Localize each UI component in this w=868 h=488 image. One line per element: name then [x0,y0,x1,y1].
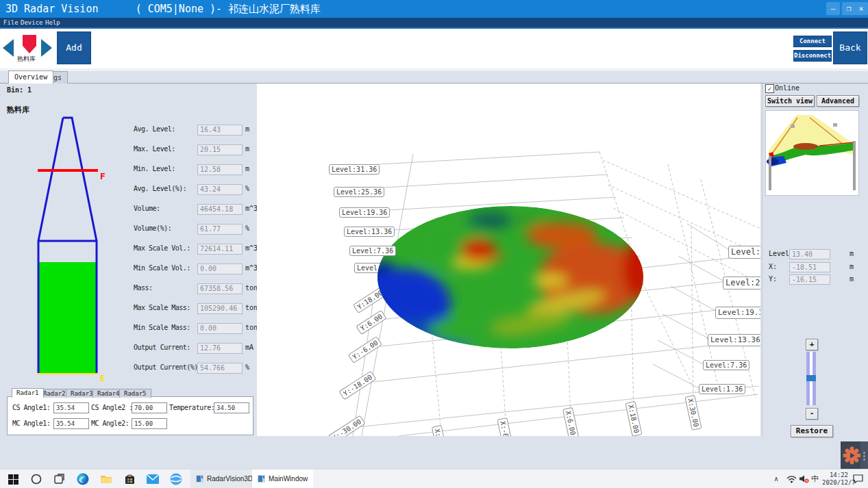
silo-diagram: F E [27,113,116,387]
x-readout-unit: m [850,263,854,270]
stat-label: Min Scale Mass: [134,324,190,331]
level-tag: Level:7.36 [703,360,749,370]
stat-label: Min. Level: [134,165,175,172]
menu-device[interactable]: Device [21,19,43,26]
ime-indicator[interactable]: 中 [811,470,819,488]
online-label: Online [775,84,799,92]
stat-label: Max Scale Vol.: [134,244,190,252]
silo-fill-level [38,262,97,373]
x-readout-label: X: [769,263,777,270]
material-surface [257,84,760,436]
tab-overview[interactable]: Overview [8,70,53,84]
thumb-wall-left [769,156,771,190]
level-readout-value: 13.40 [789,249,830,259]
disconnect-button[interactable]: Disconnect [793,50,832,62]
add-button[interactable]: Add [57,31,91,64]
zoom-slider-handle[interactable] [806,375,816,381]
mc-angle2-input[interactable]: 15.00 [132,418,167,429]
stat-row: Output Current:12.76mA [134,343,271,354]
cs-angle1-input[interactable]: 35.54 [53,402,89,413]
mc-angle1-input[interactable]: 35.54 [53,418,89,429]
zoom-out-button[interactable]: - [806,408,818,420]
next-bin-arrow-icon[interactable] [41,39,52,57]
close-icon[interactable]: ✕ [854,2,868,15]
level-tag: Level:13.36 [708,334,760,346]
edge-icon[interactable] [75,472,90,487]
level-readout: Level: 13.40 m [769,249,865,259]
zoom-slider-track[interactable] [806,352,816,405]
stat-value: 46454.18 [197,204,243,215]
browser-icon[interactable] [169,472,184,487]
menu-bar: File Device Help [0,18,868,29]
bin-icon[interactable] [21,34,38,55]
level-tag: Level:31.36 [329,164,380,175]
volume-muted-icon[interactable] [799,470,809,488]
level-tag: Level:25.36 [723,277,760,290]
level-readout-unit: m [850,250,854,257]
panel-divider [762,84,762,436]
stat-value: 12.58 [197,164,243,175]
cross-section-thumbnail[interactable] [765,110,859,196]
stat-unit: ton [245,304,258,311]
x-readout-value: -18.51 [789,262,830,272]
store-icon[interactable] [122,472,137,487]
surface-plot-3d[interactable]: Level:1.36 Y:18.00 [257,84,760,436]
zoom-in-button[interactable]: + [806,339,818,350]
tab-radar1[interactable]: Radar1 [12,388,44,398]
stat-unit: mA [245,344,253,351]
app-window-icon [258,475,265,483]
advanced-button[interactable]: Advanced [817,95,859,107]
cs-angle2-input[interactable]: 70.00 [132,402,167,413]
search-icon[interactable] [29,472,44,487]
x-readout: X: -18.51 m [769,262,865,272]
taskbar-window-mainwindow[interactable]: MainWindow [252,470,313,488]
stat-value: 67358.56 [197,283,243,294]
taskbar: RadarVision3D.ex... MainWindow ∧ 中 14:22… [0,469,868,488]
stat-unit: ton [245,324,258,331]
mc-angle2-label: MC Angle2: [91,420,129,427]
stat-unit: m^3 [245,205,258,212]
connect-button[interactable]: Connect [793,36,832,47]
stat-value: 20.15 [197,144,243,155]
start-icon[interactable] [5,472,21,487]
tray-chevron-up-icon[interactable]: ∧ [774,470,778,488]
task-view-icon[interactable] [52,472,67,487]
gear-icon[interactable] [843,446,861,465]
stat-row: Min Scale Vol.:0.00m^3 [134,264,271,274]
screen-recorder-widget[interactable] [841,441,868,470]
taskbar-window-label: MainWindow [269,475,308,483]
stat-label: Output Current: [134,344,190,351]
minimize-icon[interactable]: — [826,2,840,15]
stat-row: Avg. Level:16.43m [134,125,271,136]
online-checkbox[interactable]: ✓ [765,84,774,93]
notification-icon[interactable] [853,470,863,488]
level-tag: Level:19.36 [339,207,390,218]
stat-unit: m^3 [245,244,258,252]
stat-value: 43.24 [197,184,243,195]
file-explorer-icon[interactable] [99,472,114,487]
stat-unit: ton [245,284,258,292]
stat-row: Max. Level:20.15m [134,144,271,155]
stat-row: Volume(%):61.77% [134,224,271,235]
level-tag: Level:25.36 [334,187,384,197]
stat-label: Max Scale Mass: [134,304,190,311]
mail-icon[interactable] [145,472,160,487]
prev-bin-arrow-icon[interactable] [3,39,14,57]
wifi-icon[interactable] [786,470,797,488]
restore-button[interactable]: Restore [791,425,833,437]
stat-label: Avg. Level: [134,125,175,133]
stat-row: Min Scale Mass:0.00ton [134,323,271,334]
switch-view-button[interactable]: Switch view [765,95,815,107]
temperature-input[interactable]: 34.50 [214,402,249,413]
clock[interactable]: 14:22 2020/12/7 [822,470,848,488]
stat-label: Volume(%): [134,224,171,232]
back-button[interactable]: Back [833,31,867,64]
menu-help[interactable]: Help [45,19,60,26]
restore-icon[interactable]: ❐ [842,2,856,15]
bin-icon-label: 熟料库 [17,55,36,64]
y-readout-unit: m [850,275,854,283]
tab-radar5[interactable]: Radar5 [119,389,151,398]
stat-unit: % [245,363,249,371]
menu-file[interactable]: File [3,19,18,26]
widget-menu-dots[interactable] [860,441,868,470]
